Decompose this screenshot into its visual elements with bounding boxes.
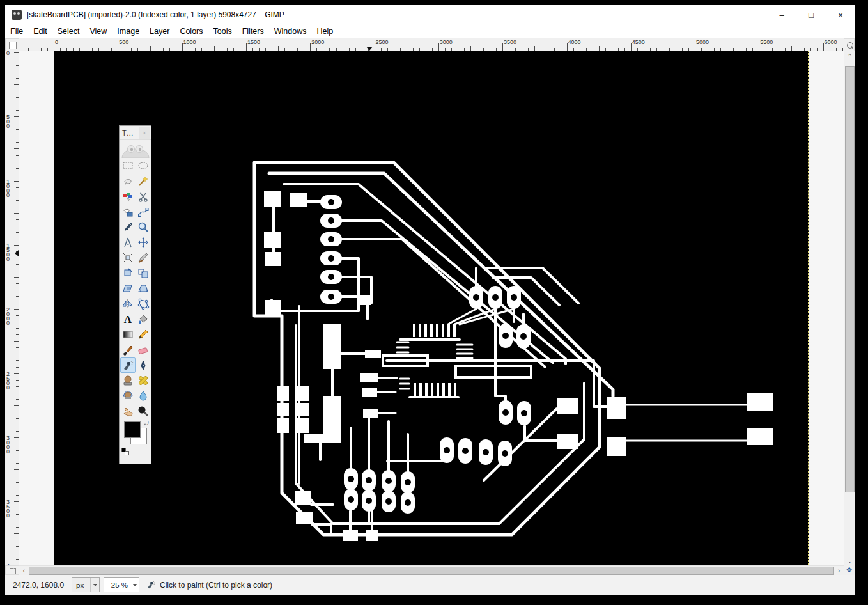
ruler-tick xyxy=(16,380,19,381)
menu-edit[interactable]: Edit xyxy=(28,26,52,37)
tool-crop[interactable] xyxy=(136,250,151,265)
perspective-icon xyxy=(137,282,150,295)
ruler-corner-button[interactable] xyxy=(5,38,19,51)
menu-windows[interactable]: Windows xyxy=(269,26,312,37)
horizontal-scrollbar[interactable]: ‹ › xyxy=(19,565,844,575)
gimp-window: [skateBoardPCB] (imported)-2.0 (Indexed … xyxy=(5,5,855,595)
menu-view[interactable]: View xyxy=(84,26,112,37)
ruler-tick xyxy=(785,48,786,51)
rotate-icon xyxy=(121,267,134,279)
ruler-tick xyxy=(637,48,638,51)
text-icon: A xyxy=(121,313,134,326)
ruler-tick xyxy=(16,129,19,130)
tool-rotate[interactable] xyxy=(120,265,136,281)
tool-ink[interactable] xyxy=(136,358,151,373)
menu-file[interactable]: File xyxy=(5,26,28,37)
tool-rect-select[interactable] xyxy=(120,158,136,173)
ruler-tick xyxy=(656,48,657,51)
vertical-scrollbar[interactable]: ⌃ ⌄ xyxy=(844,51,855,565)
scroll-down-arrow[interactable]: ⌄ xyxy=(844,556,855,565)
minimize-button[interactable]: – xyxy=(767,5,796,24)
tool-scissors[interactable] xyxy=(136,189,151,204)
scroll-left-arrow[interactable]: ‹ xyxy=(19,566,29,576)
ruler-tick xyxy=(163,48,164,51)
horizontal-ruler[interactable]: 0500100015002000250030003500400045005000… xyxy=(19,38,844,51)
menu-filters[interactable]: Filters xyxy=(237,26,269,37)
tool-ellipse-select[interactable] xyxy=(136,158,151,173)
tool-cage[interactable] xyxy=(136,296,151,311)
menu-layer[interactable]: Layer xyxy=(144,26,174,37)
ruler-tick xyxy=(16,431,19,432)
tool-smudge[interactable] xyxy=(120,404,136,419)
tool-pencil[interactable] xyxy=(136,327,151,342)
navigation-button[interactable]: ✥ xyxy=(844,565,855,575)
tool-paintbrush[interactable] xyxy=(120,342,136,358)
tool-shear[interactable] xyxy=(120,281,136,296)
ruler-tick xyxy=(528,48,529,51)
h-ruler-label: 4000 xyxy=(568,39,580,45)
tool-foreground-select[interactable] xyxy=(120,204,136,219)
ruler-tick xyxy=(16,553,19,553)
vertical-ruler[interactable]: 05001000150020002500300035004000 xyxy=(5,51,19,565)
tool-eraser[interactable] xyxy=(136,342,151,358)
ruler-tick xyxy=(727,46,727,51)
menu-select[interactable]: Select xyxy=(52,26,85,37)
tool-paths[interactable] xyxy=(136,204,151,219)
zoom-follow-window-button[interactable] xyxy=(844,38,855,51)
menu-help[interactable]: Help xyxy=(311,26,338,37)
ruler-tick xyxy=(195,48,196,51)
ruler-tick xyxy=(16,226,19,226)
tool-alignment[interactable] xyxy=(120,250,136,265)
tool-blend[interactable] xyxy=(120,327,136,342)
heal-icon xyxy=(137,374,150,387)
menu-image[interactable]: Image xyxy=(112,26,144,37)
menu-tools[interactable]: Tools xyxy=(208,26,237,37)
tool-perspective-clone[interactable] xyxy=(120,388,136,404)
tool-color-picker[interactable] xyxy=(120,219,136,235)
tool-zoom[interactable] xyxy=(136,219,151,235)
menu-colors[interactable]: Colors xyxy=(174,26,208,37)
scroll-up-arrow[interactable]: ⌃ xyxy=(844,51,855,61)
default-colors-icon[interactable] xyxy=(121,448,129,455)
maximize-button[interactable]: □ xyxy=(796,5,826,24)
toolbox-close-button[interactable]: × xyxy=(139,127,150,139)
tool-airbrush[interactable] xyxy=(120,358,136,373)
ruler-tick xyxy=(842,48,843,51)
pcb-image-canvas[interactable] xyxy=(54,51,809,565)
status-bar: 2472.0, 1608.0 px 25 % Click to paint (C… xyxy=(5,575,855,595)
tool-free-select[interactable] xyxy=(120,173,136,189)
ruler-tick xyxy=(16,521,19,521)
tool-scale[interactable] xyxy=(136,265,151,281)
swap-colors-icon[interactable]: ⤾ xyxy=(144,420,150,427)
tool-blur-sharpen[interactable] xyxy=(136,388,151,404)
toolbox-title-bar[interactable]: T… × xyxy=(120,126,151,140)
tool-bucket-fill[interactable] xyxy=(136,311,151,327)
ruler-tick xyxy=(804,48,805,51)
paintbrush-icon xyxy=(121,343,134,356)
close-button[interactable]: × xyxy=(826,5,855,24)
quick-mask-toggle[interactable] xyxy=(5,565,19,575)
ruler-tick xyxy=(16,463,19,464)
ruler-tick xyxy=(252,48,253,51)
tool-move[interactable] xyxy=(136,235,151,250)
tool-flip[interactable] xyxy=(120,296,136,311)
ruler-tick xyxy=(483,48,484,51)
ruler-tick xyxy=(221,48,221,51)
tool-select-by-color[interactable] xyxy=(120,189,136,204)
tool-clone[interactable] xyxy=(120,373,136,388)
scroll-right-arrow[interactable]: › xyxy=(834,566,844,576)
tool-perspective[interactable] xyxy=(136,281,151,296)
ruler-tick xyxy=(14,373,19,374)
tool-dodge-burn[interactable] xyxy=(136,404,151,419)
ruler-tick xyxy=(22,46,22,51)
unit-dropdown[interactable]: px xyxy=(72,578,100,592)
tool-text[interactable]: A xyxy=(120,311,136,327)
vertical-scroll-thumb[interactable] xyxy=(845,66,855,492)
toolbox-window[interactable]: T… × A ⤾ xyxy=(119,125,151,464)
tool-fuzzy-select[interactable] xyxy=(136,173,151,189)
foreground-color-swatch[interactable] xyxy=(124,421,141,438)
horizontal-scroll-thumb[interactable] xyxy=(29,567,834,575)
tool-measure[interactable] xyxy=(120,235,136,250)
tool-heal[interactable] xyxy=(136,373,151,388)
zoom-dropdown[interactable]: 25 % xyxy=(104,578,139,592)
